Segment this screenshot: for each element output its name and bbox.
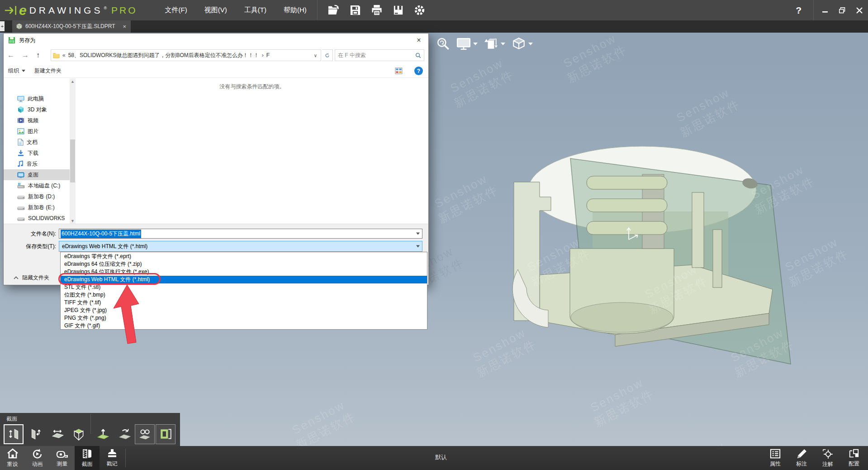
panel-annotate-button[interactable]: 注解 (815, 446, 841, 470)
panel-markup-button[interactable]: 标注 (788, 446, 815, 470)
minimize-button[interactable] (816, 0, 834, 20)
panel-properties-button[interactable]: 属性 (762, 446, 788, 470)
drive-icon (17, 215, 25, 221)
zoom-tool-button[interactable] (436, 37, 450, 51)
fullscreen-tool-button[interactable] (456, 37, 478, 51)
filetype-option[interactable]: JPEG 文件 (*.jpg) (61, 307, 427, 314)
dropdown-caret-icon[interactable] (528, 43, 533, 45)
views-icon (484, 37, 498, 51)
dropdown-caret-icon[interactable] (501, 43, 505, 45)
tool-stamp-button[interactable]: 戳记 (100, 446, 124, 470)
filename-dropdown-icon[interactable] (416, 233, 420, 235)
nav-back-button[interactable]: ← (4, 51, 18, 59)
new-tab-button[interactable]: + (0, 21, 5, 31)
sidebar-item[interactable]: 新加卷 (D:) (4, 191, 70, 202)
restore-button[interactable] (834, 0, 851, 20)
sidebar-item[interactable]: 新加卷 (E:) (4, 202, 70, 213)
sidebar-item[interactable]: 桌面 (4, 169, 70, 180)
filetype-option[interactable]: eDrawings 64 位压缩文件 (*.zip) (61, 260, 427, 268)
print-button[interactable] (368, 2, 385, 19)
sidebar-item[interactable]: 下载 (4, 148, 70, 158)
sidebar-item-label: 下载 (28, 149, 38, 157)
filetype-option[interactable]: eDrawings 64 位可执行文件 (*.exe) (61, 268, 427, 276)
address-bar[interactable]: « 58、SOLIDWORKS做总图遇到问题了，分割BOM后表格定位不准怎么办！… (51, 49, 321, 61)
bottom-divider (125, 449, 126, 467)
section-zy-button[interactable] (26, 424, 46, 444)
sidebar-item[interactable]: 文档 (4, 137, 70, 148)
filetype-option[interactable]: STL 文件 (*.stl) (61, 283, 427, 291)
sidebar-item[interactable]: 此电脑 (4, 93, 70, 104)
save-as-dialog: 另存为 × ← → ↑ « 58、SOLIDWORKS做总图遇到问题了，分割BO… (3, 33, 429, 285)
sidebar-item[interactable]: 音乐 (4, 158, 70, 169)
breadcrumb-current[interactable]: F (266, 52, 270, 58)
filetype-value: eDrawings Web HTML 文件 (*.html) (62, 243, 147, 250)
tool-measure-button[interactable]: 测量 (50, 446, 75, 470)
organize-button[interactable]: 组织 (4, 64, 30, 77)
views-tool-button[interactable] (484, 37, 505, 51)
filetype-option[interactable]: GIF 文件 (*.gif) (61, 322, 427, 330)
help-button[interactable]: ? (796, 5, 802, 16)
section-capped-view-button[interactable] (156, 424, 175, 444)
close-button[interactable] (851, 0, 868, 20)
section-xy-button[interactable] (4, 424, 24, 444)
panel-configure-button[interactable]: 配置 (841, 446, 867, 470)
dialog-close-button[interactable]: × (412, 35, 426, 45)
drive-icon (17, 204, 25, 211)
section-rotate-button[interactable] (115, 424, 135, 444)
tool-section-button[interactable]: 截面 (75, 446, 100, 470)
downloads-icon (17, 149, 24, 157)
dialog-help-button[interactable]: ? (414, 67, 423, 75)
sidebar-item[interactable]: 本地磁盘 (C:) (4, 180, 70, 191)
nav-up-button[interactable]: ↑ (33, 51, 43, 59)
menu-tools[interactable]: 工具(T) (236, 0, 275, 20)
section-lift-button[interactable] (93, 424, 113, 444)
new-folder-button[interactable]: 新建文件夹 (30, 64, 66, 77)
search-icon[interactable] (415, 53, 421, 58)
refresh-button[interactable] (322, 49, 333, 61)
cad-model[interactable] (479, 139, 796, 406)
dialog-titlebar[interactable]: 另存为 (4, 34, 428, 47)
logo-reg: ® (104, 6, 107, 10)
sidebar-scrollbar[interactable]: ▲ ▼ (70, 78, 76, 224)
view-mode-button[interactable] (395, 67, 405, 74)
filetype-option[interactable]: eDrawings 零件文件 (*.eprt) (61, 253, 427, 260)
sidebar-item[interactable]: 3D 对象 (4, 104, 70, 115)
publish-button[interactable] (390, 2, 407, 19)
nav-forward-button[interactable]: → (18, 51, 33, 59)
dialog-nav-row: ← → ↑ « 58、SOLIDWORKS做总图遇到问题了，分割BOM后表格定位… (4, 48, 428, 62)
address-dropdown-icon[interactable]: ∨ (312, 53, 319, 58)
section-box-button[interactable] (69, 424, 89, 444)
orientation-tool-button[interactable] (512, 37, 533, 51)
filetype-option[interactable]: eDrawings Web HTML 文件 (*.html) (61, 276, 427, 283)
menu-view[interactable]: 视图(V) (196, 0, 236, 20)
menu-help[interactable]: 帮助(H) (275, 0, 315, 20)
filetype-option[interactable]: TIFF 文件 (*.tif) (61, 299, 427, 307)
tool-animate-button[interactable]: 动画 (25, 446, 50, 470)
filetype-combobox[interactable]: eDrawings Web HTML 文件 (*.html) (59, 241, 422, 252)
sidebar-item[interactable]: 视频 (4, 115, 70, 126)
hide-folders-button[interactable]: 隐藏文件夹 (11, 273, 52, 282)
tool-home-button[interactable]: 重设 (0, 446, 25, 470)
sidebar-item-label: 本地磁盘 (C:) (28, 182, 60, 190)
dropdown-caret-icon[interactable] (473, 43, 478, 45)
open-button[interactable] (325, 2, 342, 19)
filetype-dropdown-icon[interactable] (416, 245, 420, 248)
section-zx-button[interactable] (48, 424, 68, 444)
menu-file[interactable]: 文件(F) (157, 0, 196, 20)
save-button[interactable] (347, 2, 364, 19)
tool-label: 截面 (82, 460, 93, 468)
model-rib (587, 221, 667, 235)
breadcrumb-collapse[interactable]: « (62, 52, 66, 58)
filetype-option[interactable]: 位图文件 (*.bmp) (61, 291, 427, 299)
tab-close-icon[interactable]: × (122, 23, 127, 30)
sidebar-item[interactable]: 图片 (4, 126, 70, 137)
filetype-option[interactable]: PNG 文件 (*.png) (61, 314, 427, 322)
filename-input[interactable]: 600HZ44X-10Q-00-5下压盖.html (59, 229, 422, 239)
settings-button[interactable] (411, 2, 428, 19)
drive-icon (17, 193, 25, 200)
breadcrumb-folder[interactable]: 58、SOLIDWORKS做总图遇到问题了，分割BOM后表格定位不准怎么办！！！ (68, 52, 259, 59)
search-box[interactable]: 在 F 中搜索 (335, 49, 424, 61)
document-tab[interactable]: 600HZ44X-10Q-00-5下压盖.SLDPRT × (12, 20, 131, 33)
section-cap-button[interactable] (135, 424, 155, 444)
sidebar-item[interactable]: SOLIDWORKS (4, 213, 70, 224)
